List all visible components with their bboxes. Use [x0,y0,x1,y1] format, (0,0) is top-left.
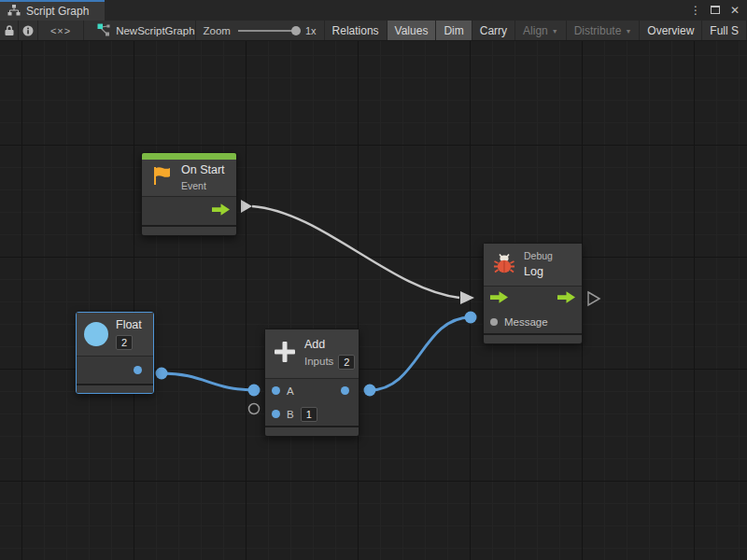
info-button[interactable] [19,21,37,40]
zoom-control: Zoom 1x [196,21,325,40]
node-debug-log[interactable]: Debug Log Message [483,243,583,344]
edit-source-button[interactable]: <×> [38,21,84,40]
node-group-label: Debug [524,250,553,263]
message-input-port[interactable] [490,318,498,326]
node-title: Float [116,318,142,333]
node-on-start[interactable]: On Start Event [141,152,237,236]
value-wire-add-to-debug[interactable] [364,312,477,397]
inputs-count-field[interactable]: 2 [338,355,355,370]
zoom-slider-handle[interactable] [291,26,301,35]
port-a-input[interactable] [272,386,280,395]
dim-button[interactable]: Dim [436,21,472,40]
flow-output-port[interactable] [212,203,230,219]
maximize-icon[interactable] [709,3,722,18]
float-icon [84,322,108,346]
node-footer [265,426,359,436]
relations-button[interactable]: Relations [325,21,388,40]
dropdown-arrow-icon: ▼ [552,27,558,35]
carry-button[interactable]: Carry [472,21,515,40]
zoom-value: 1x [305,25,317,36]
flag-icon [150,164,174,191]
close-icon[interactable]: ✕ [728,3,741,18]
node-title: Log [524,265,543,280]
event-color-bar [142,153,236,160]
script-graph-window: Script Graph ⋮ ✕ <×> [0,0,747,560]
values-button[interactable]: Values [388,21,437,40]
node-footer [77,384,153,393]
port-b-value-field[interactable]: 1 [301,407,317,422]
add-header: Add Inputs 2 [265,329,359,378]
message-label: Message [504,316,548,328]
tab-script-graph[interactable]: Script Graph [0,0,105,21]
align-button[interactable]: Align ▼ [515,21,567,40]
overview-button[interactable]: Overview [640,21,702,40]
graph-canvas[interactable]: On Start Event Float 2 [0,41,747,560]
graph-icon [97,23,110,38]
lock-button[interactable] [0,21,19,40]
fullscreen-button[interactable]: Full S [702,21,747,40]
flow-output-port[interactable] [557,290,575,307]
connections-layer [0,41,747,560]
distribute-button[interactable]: Distribute ▼ [567,21,641,40]
node-title: Add [304,338,325,353]
bug-icon [492,251,516,279]
value-wire-float-to-add[interactable] [156,368,261,397]
node-add[interactable]: Add Inputs 2 A B 1 [264,329,359,437]
menu-icon[interactable]: ⋮ [689,3,702,18]
node-title: On Start [181,163,225,178]
unconnected-port-indicator[interactable] [249,404,260,414]
node-footer [142,225,236,235]
window-controls: ⋮ ✕ [689,0,747,21]
control-flow-wire[interactable] [241,200,474,304]
graph-name-label: NewScriptGraph [116,25,194,36]
tab-label: Script Graph [26,5,89,18]
distribute-label: Distribute [574,24,622,37]
on-start-header: On Start Event [142,160,236,196]
graph-name-cell[interactable]: NewScriptGraph [84,21,195,40]
node-footer [484,333,582,343]
float-output-port[interactable] [134,366,142,374]
zoom-label: Zoom [204,25,231,36]
graph-toolbar: <×> NewScriptGraph Zoom 1x Relations Val… [0,21,747,41]
float-header: Float 2 [77,313,153,356]
info-icon [22,25,34,36]
dropdown-arrow-icon: ▼ [625,27,631,35]
node-float[interactable]: Float 2 [76,312,154,394]
inputs-label: Inputs [304,355,333,369]
port-b-label: B [287,409,294,420]
flow-input-port[interactable] [490,290,508,307]
port-a-label: A [287,385,294,397]
lock-icon [4,24,15,36]
debug-header: Debug Log [484,244,582,286]
align-label: Align [523,24,548,37]
plus-icon [273,340,297,368]
float-value-field[interactable]: 2 [116,335,133,350]
titlebar-spacer [105,0,689,21]
port-b-input[interactable] [272,410,280,418]
unconnected-flow-indicator[interactable] [588,292,599,305]
hierarchy-icon [7,3,21,20]
node-subtitle: Event [181,180,206,193]
add-output-port[interactable] [341,386,349,395]
code-icon: <×> [50,25,71,36]
zoom-slider[interactable] [238,30,298,32]
title-bar: Script Graph ⋮ ✕ [0,0,747,21]
